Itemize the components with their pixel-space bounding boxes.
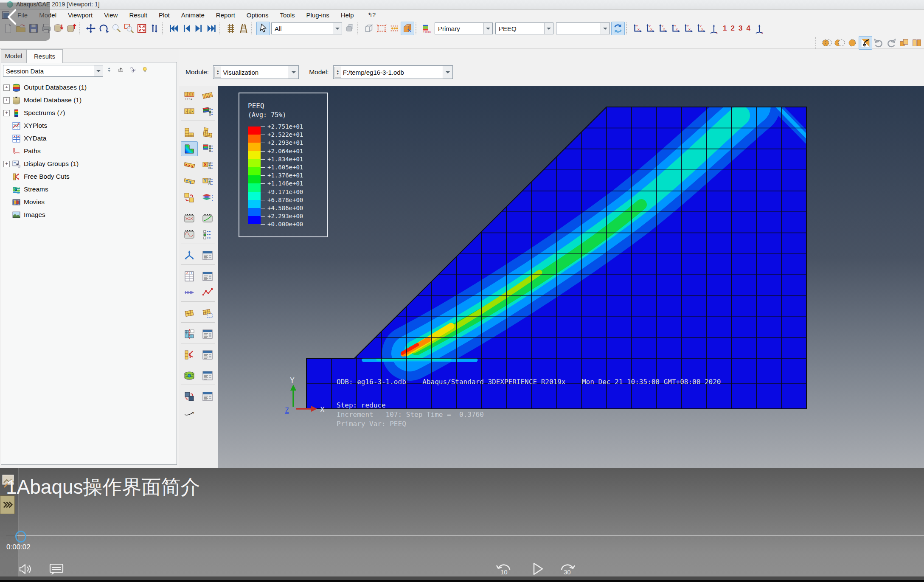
selection-scope-combo[interactable]: All: [271, 22, 342, 34]
view-orientation-4-button[interactable]: YX: [669, 22, 682, 35]
tree-item-spectrums[interactable]: +Spectrums (7): [2, 107, 176, 119]
volume-button[interactable]: [18, 562, 33, 576]
add-displayed-button[interactable]: [833, 37, 846, 49]
create-odb-button[interactable]: [53, 22, 65, 35]
viewport-tile-button[interactable]: [910, 37, 923, 49]
view-orientation-5-button[interactable]: YX: [682, 22, 695, 35]
spinner-icon[interactable]: ▲▼: [214, 67, 221, 78]
toolbox-stream-tool-button[interactable]: [181, 368, 197, 382]
toolbox-swap-button[interactable]: [181, 191, 197, 205]
toolbox-dialog-button[interactable]: [199, 248, 216, 262]
apply-view-button[interactable]: x: [753, 22, 766, 35]
menu-tools[interactable]: Tools: [276, 11, 299, 20]
tree-item-xyplots[interactable]: +XYPlots: [2, 119, 176, 132]
expander-icon[interactable]: +: [3, 97, 10, 104]
tab-results[interactable]: Results: [26, 49, 63, 63]
model-combo[interactable]: ▲▼ F:/temp/eg16-3-1.odb: [333, 65, 453, 79]
pan-view-button[interactable]: [84, 22, 97, 35]
tree-item-paths[interactable]: +Paths: [2, 145, 176, 157]
toolbox-cars-brackets-button[interactable]: >L<: [181, 104, 197, 118]
custom-view-button[interactable]: x: [708, 22, 720, 35]
field-output-combo[interactable]: PEEQ: [495, 22, 553, 34]
module-combo[interactable]: ▲▼ Visualization: [213, 65, 299, 79]
drag-select-button[interactable]: [375, 22, 388, 35]
activate-strip-chart-button[interactable]: [225, 22, 237, 35]
view-orientation-6-button[interactable]: YX: [695, 22, 708, 35]
box-zoom-button[interactable]: [123, 22, 135, 35]
animate-scale-factor-button[interactable]: [237, 22, 250, 35]
tree-item-model-database[interactable]: +Model Database (1): [2, 94, 176, 107]
open-odb-button[interactable]: [65, 22, 78, 35]
tree-item-free-body-cuts[interactable]: +Free Body Cuts: [2, 170, 176, 183]
toolbox-mesh-L-button[interactable]: [181, 125, 197, 139]
video-timeline-knob[interactable]: [15, 531, 26, 543]
toolbox-overlay-tool-button[interactable]: [181, 389, 197, 403]
sync-frames-button[interactable]: [611, 22, 625, 35]
menu-animate[interactable]: Animate: [177, 11, 208, 20]
viewport-4-button[interactable]: 4: [746, 24, 750, 33]
menu-view[interactable]: View: [100, 11, 121, 20]
next-frame-button[interactable]: [193, 22, 205, 35]
menu-viewport[interactable]: Viewport: [64, 11, 96, 20]
menu-plot[interactable]: Plot: [155, 11, 174, 20]
rotate-view-button[interactable]: [97, 22, 110, 35]
chevron-down-icon[interactable]: [601, 23, 609, 34]
toolbox-freebody-button[interactable]: [181, 348, 197, 362]
video-timeline[interactable]: [6, 535, 924, 536]
tree-item-streams[interactable]: +Streams: [2, 183, 176, 196]
toolbox-layers-list-button[interactable]: [199, 191, 216, 205]
skip-forward-30-button[interactable]: 30: [558, 560, 576, 579]
skip-back-10-button[interactable]: 10: [495, 560, 514, 579]
redo-button[interactable]: [885, 37, 898, 49]
toolbox-dialog-button[interactable]: [199, 348, 216, 362]
result-mode-combo[interactable]: Primary: [435, 22, 493, 34]
menu-options[interactable]: Options: [243, 11, 272, 20]
viewport-3-button[interactable]: 3: [739, 24, 742, 33]
last-frame-button[interactable]: [205, 22, 218, 35]
toolbox-xytable-button[interactable]: XY: [181, 269, 197, 283]
previous-frame-button[interactable]: [180, 22, 193, 35]
wireframe-render-button[interactable]: [362, 22, 375, 35]
toolbox-dialog-button[interactable]: [199, 368, 216, 382]
toolbox-triad-tool-button[interactable]: [181, 248, 197, 262]
view-orientation-1-button[interactable]: YX: [631, 22, 644, 35]
create-display-group-button[interactable]: [130, 67, 138, 75]
chevron-down-icon[interactable]: [483, 23, 492, 34]
menu-plugins[interactable]: Plug-ins: [303, 11, 333, 20]
show-all-button[interactable]: [846, 37, 859, 49]
toolbox-orient-list-button[interactable]: [199, 174, 216, 188]
spinner-icon[interactable]: ▲▼: [334, 67, 341, 78]
toolbox-viewcut-button[interactable]: [181, 327, 197, 341]
toolbox-patch-copy-button[interactable]: [199, 306, 216, 320]
select-tool-button[interactable]: [256, 22, 270, 35]
tree-item-movies[interactable]: +Movies: [2, 196, 176, 208]
toolbox-film-curves-button[interactable]: [181, 211, 197, 225]
toolbox-symbols-list-button[interactable]: [199, 158, 216, 172]
tab-model[interactable]: Model: [1, 49, 26, 62]
selection-groups-button[interactable]: [343, 22, 356, 35]
expander-icon[interactable]: +: [3, 161, 10, 167]
toolbox-pencil-button[interactable]: [181, 405, 197, 419]
menu-report[interactable]: Report: [212, 11, 239, 20]
toolbox-dialog-button[interactable]: [199, 327, 216, 341]
toolbox-patch-button[interactable]: [181, 306, 197, 320]
tree-item-images[interactable]: +Images: [2, 208, 176, 221]
viewport-canvas[interactable]: YZX PEEQ (Avg: 75%) +2.751e+01+2.522e+01…: [179, 86, 924, 468]
chevron-down-icon[interactable]: [289, 66, 298, 79]
tree-item-display-groups[interactable]: +Display Groups (1): [2, 157, 176, 170]
toolbox-checklist-button[interactable]: [199, 228, 216, 242]
toolbox-zigzag-button[interactable]: [199, 285, 216, 299]
subtitles-button[interactable]: [48, 562, 65, 576]
refinement-combo[interactable]: [556, 22, 610, 34]
viewport-2-button[interactable]: 2: [730, 24, 734, 33]
toolbox-dialog-button[interactable]: [199, 269, 216, 283]
magnify-view-button[interactable]: [110, 22, 123, 35]
toolbox-path-arrow-button[interactable]: [181, 285, 197, 299]
tree-item-xydata[interactable]: +XYData: [2, 132, 176, 145]
toolbox-cars-tilt-button[interactable]: 123: [199, 88, 216, 102]
auto-fit-view-button[interactable]: [135, 22, 148, 35]
chevron-down-icon[interactable]: [443, 66, 452, 79]
toolbox-dialog-button[interactable]: [199, 389, 216, 403]
toolbox-contour-list-button[interactable]: [200, 141, 216, 155]
expander-icon[interactable]: +: [3, 84, 10, 91]
